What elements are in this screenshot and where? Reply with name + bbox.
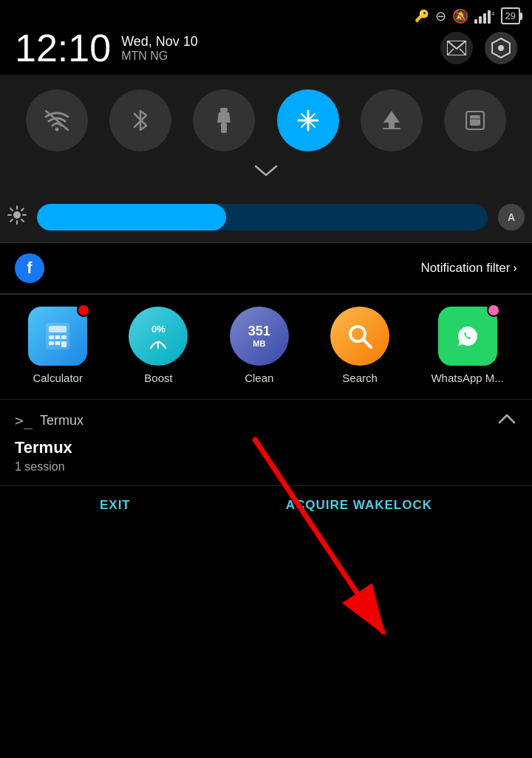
termux-actions: EXIT ACQUIRE WAKELOCK — [0, 485, 532, 527]
svg-text:4G: 4G — [491, 10, 495, 17]
svg-rect-33 — [61, 335, 66, 339]
svg-line-28 — [10, 219, 13, 222]
svg-rect-18 — [470, 115, 480, 126]
exit-button[interactable]: EXIT — [100, 498, 131, 513]
svg-point-8 — [55, 128, 58, 132]
auto-brightness-button[interactable]: A — [498, 204, 525, 231]
dnd-icon: ⊖ — [435, 8, 446, 24]
notification-filter-link[interactable]: Notification filter › — [420, 261, 517, 276]
nfc-toggle[interactable] — [444, 89, 506, 151]
calculator-label: Calculator — [33, 372, 83, 384]
mute-icon: 🔕 — [452, 8, 468, 24]
boost-app[interactable]: 0% Boost — [129, 307, 188, 384]
svg-rect-11 — [221, 123, 227, 133]
brightness-slider[interactable] — [37, 204, 488, 231]
whatsapp-app[interactable]: WhatsApp M... — [431, 307, 503, 384]
app-dock: Calculator 0% Boost 351MB — [0, 294, 532, 400]
network-toggle[interactable] — [277, 89, 339, 151]
svg-line-26 — [21, 219, 24, 222]
termux-prompt-icon: >_ — [15, 412, 33, 429]
search-app[interactable]: Search — [330, 307, 389, 384]
calculator-app[interactable]: Calculator — [28, 307, 87, 384]
expand-button[interactable] — [251, 163, 281, 182]
svg-line-39 — [363, 339, 371, 347]
brightness-row: A — [0, 197, 532, 242]
whatsapp-badge — [487, 304, 500, 317]
clock: 12:10 — [15, 29, 111, 67]
airplane-toggle[interactable] — [361, 89, 423, 151]
acquire-wakelock-button[interactable]: ACQUIRE WAKELOCK — [286, 498, 432, 513]
svg-rect-0 — [474, 19, 477, 24]
wifi-toggle[interactable] — [26, 89, 88, 151]
quick-settings — [0, 75, 532, 197]
bluetooth-toggle[interactable] — [109, 89, 171, 151]
status-bar-top: 🔑 ⊖ 🔕 4G 29 — [0, 0, 532, 24]
clean-label: Clean — [245, 372, 273, 384]
svg-line-25 — [10, 208, 13, 211]
svg-rect-35 — [55, 341, 61, 345]
search-label: Search — [342, 372, 378, 384]
clean-app[interactable]: 351MB Clean — [230, 307, 289, 384]
termux-section: >_ Termux Termux 1 session — [0, 400, 532, 485]
date: Wed, Nov 10 — [121, 34, 198, 49]
hex-app-icon[interactable] — [485, 32, 517, 64]
termux-session-count: 1 session — [15, 460, 517, 474]
email-app-icon[interactable] — [440, 32, 473, 64]
facebook-icon[interactable]: f — [15, 253, 44, 283]
termux-collapse-button[interactable] — [497, 412, 517, 429]
carrier: MTN NG — [121, 49, 198, 63]
calculator-badge — [77, 304, 90, 317]
svg-rect-36 — [61, 341, 66, 347]
svg-rect-3 — [488, 10, 491, 24]
key-icon: 🔑 — [415, 9, 429, 23]
termux-section-name: Termux — [40, 413, 83, 428]
svg-line-27 — [21, 208, 24, 211]
svg-rect-1 — [479, 16, 482, 24]
notification-filter-arrow: › — [513, 261, 517, 276]
svg-rect-2 — [483, 13, 486, 24]
svg-rect-31 — [49, 335, 54, 339]
battery-icon: 29 — [501, 7, 520, 24]
svg-rect-10 — [220, 108, 228, 112]
svg-point-20 — [13, 211, 21, 219]
signal-icon: 4G — [474, 9, 495, 24]
termux-app-name: Termux — [15, 438, 517, 457]
notification-filter-row: f Notification filter › — [0, 243, 532, 293]
whatsapp-label: WhatsApp M... — [431, 372, 503, 384]
svg-point-7 — [498, 45, 504, 51]
svg-rect-32 — [55, 335, 61, 339]
svg-rect-30 — [49, 326, 66, 332]
brightness-icon — [7, 205, 27, 229]
flashlight-toggle[interactable] — [193, 89, 255, 151]
boost-label: Boost — [144, 372, 172, 384]
svg-rect-34 — [49, 341, 54, 345]
